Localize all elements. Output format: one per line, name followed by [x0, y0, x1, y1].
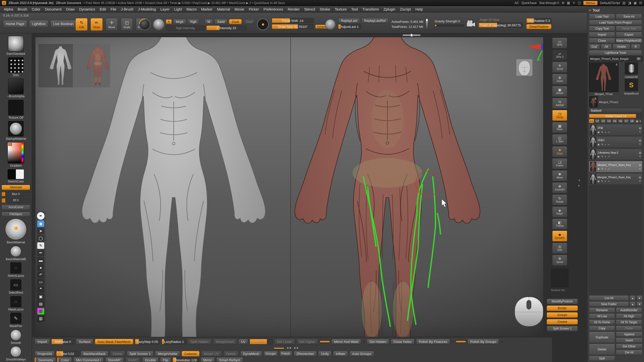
mode-button[interactable]: ✎ Edit [75, 18, 88, 31]
points-vslider[interactable] [426, 19, 428, 30]
subtool-view-tab[interactable]: V3 [600, 119, 606, 123]
bottom-control[interactable]: Flip [160, 357, 171, 362]
shelf-nav-button[interactable]: Live Boolean [50, 20, 76, 28]
list-icon[interactable]: ≡ [639, 155, 641, 158]
palette-item[interactable]: AccuCurve [1, 205, 31, 210]
menu-item[interactable]: Draw [64, 7, 77, 11]
subtool-action-button[interactable]: AutoReorder [616, 307, 642, 313]
palette-item[interactable]: Rf 0 [1, 198, 31, 203]
lasso-icon[interactable]: ◯ [37, 235, 44, 242]
bottom-control[interactable]: ProjectAll [35, 351, 55, 356]
cursor-icon[interactable]: ➤ [37, 228, 44, 234]
bottom-control[interactable]: Delete [110, 351, 125, 356]
palette-item[interactable]: Blur 0 [1, 192, 31, 197]
history-icon[interactable]: ⊞ [562, 1, 565, 5]
subtool-view-tab[interactable]: V1 [589, 119, 594, 123]
menu-item[interactable]: Render [285, 7, 302, 11]
right-shelf-button[interactable]: ▱ SPix 3 [552, 50, 567, 61]
menu-item[interactable]: Dynamics [77, 7, 98, 11]
bottom-control[interactable] [501, 340, 503, 343]
right-shelf-button[interactable]: ▦ Floor [552, 122, 567, 133]
menu-item[interactable]: Brush [15, 7, 29, 11]
palette-item[interactable]: Gradient [1, 142, 31, 167]
menu-item[interactable]: Zscript [398, 7, 413, 11]
channel-button[interactable]: Rgb [188, 19, 199, 24]
right-shelf-button[interactable]: ▣ Actual [552, 86, 567, 97]
sphere-icon[interactable]: ◐ [605, 143, 606, 146]
list-icon[interactable]: ≡ [639, 143, 641, 145]
append-button[interactable]: Append [616, 332, 642, 337]
del-all-button[interactable]: Del All [616, 350, 642, 355]
palette-thumbnail[interactable] [10, 279, 21, 290]
cylinder3d-thumbnail[interactable] [625, 62, 638, 74]
palette-item[interactable]: SwitchColor [1, 169, 31, 183]
tool-panel-button[interactable]: Clone [589, 38, 615, 43]
quicksave-button[interactable]: QuickSave [521, 1, 537, 5]
subtool-view-tab[interactable]: V5 [612, 119, 617, 123]
tray-button[interactable]: MaskByFeature [547, 299, 578, 304]
tool-panel-button[interactable]: Load Tool [589, 14, 615, 19]
collapse-right-icon[interactable]: ▸ [578, 184, 580, 187]
move-dock-icon[interactable]: ✛ [573, 1, 575, 5]
tray-button[interactable]: Split Screen 1 [547, 326, 578, 331]
shelf-nav-button[interactable]: LightBox [29, 20, 48, 28]
undo-icon[interactable]: ↶ [37, 272, 44, 278]
bottom-control[interactable]: Split Screen 1 [127, 351, 153, 356]
mask-icon[interactable]: ▱ [608, 180, 610, 183]
menu-item[interactable]: Stroke [317, 7, 333, 11]
bottom-control[interactable]: LazyRadius 1 [162, 339, 186, 344]
recent-tool-thumbnail[interactable]: 5 [589, 96, 598, 107]
eye-icon[interactable]: ◉ [597, 155, 600, 158]
menu-item[interactable]: Zplugin [381, 7, 398, 11]
sphere-icon[interactable]: ◐ [605, 155, 606, 158]
divider-slider[interactable] [274, 347, 284, 349]
bottom-control[interactable]: Unify [318, 351, 332, 356]
scroll-right-icon[interactable]: ►► [294, 346, 299, 349]
channel-button[interactable]: Zcut [243, 19, 255, 24]
list-mode-icon[interactable]: ≡ [639, 119, 641, 123]
palette-thumbnail[interactable] [10, 330, 21, 341]
right-shelf-button[interactable]: ◎ Solo [552, 243, 567, 254]
menu-item[interactable]: Color [29, 7, 43, 11]
mask-icon[interactable]: ▱ [608, 131, 610, 133]
bottom-control[interactable]: Min Connected I [73, 357, 104, 362]
duplicate-button[interactable]: Duplicate [589, 332, 615, 343]
bottom-control[interactable]: Del Hidden [367, 339, 389, 344]
minimize-icon[interactable]: ⊟ [639, 1, 642, 5]
tool-panel-button[interactable]: Import [589, 32, 615, 37]
menu-item[interactable]: Document [43, 7, 64, 11]
palette-menu-icon[interactable]: ≡ [589, 8, 591, 12]
move-up-icon[interactable]: ▴ [630, 295, 636, 301]
list-all-button[interactable]: List All [589, 295, 629, 301]
menu-item[interactable]: Tool [349, 7, 360, 11]
menu-item[interactable]: Macro [184, 7, 199, 11]
tool-panel-button[interactable]: GoZ [589, 44, 600, 49]
palette-thumbnail[interactable] [10, 262, 21, 274]
right-shelf-button[interactable]: ✚ Move [552, 170, 567, 181]
right-shelf-button[interactable]: ❏ Frame [552, 158, 567, 169]
subtool-view-tab[interactable]: V8 [629, 119, 635, 123]
eye-icon[interactable]: ◉ [37, 220, 44, 227]
palette-item[interactable]: FillObject [1, 212, 31, 217]
insert-button[interactable]: Insert [616, 338, 642, 343]
palette-item[interactable]: BasicMaterial [1, 218, 31, 244]
menu-item[interactable]: Light [172, 7, 184, 11]
replay-preview[interactable] [325, 19, 336, 30]
bottom-control[interactable]: Split Hidden [188, 339, 212, 344]
tray-button[interactable]: Groups [547, 312, 578, 318]
folder-icon[interactable]: ▤ [639, 127, 641, 129]
right-shelf-button[interactable]: ✣ Xpose [552, 255, 567, 266]
menu-item[interactable]: Stencil [302, 7, 317, 11]
subtool-item[interactable]: Merged_TPose1_Ryan_Kingslie ◉ ✎ ◐ ▱ ▤ ≡ [589, 173, 642, 185]
right-shelf-button[interactable]: ◧ Transp [552, 218, 567, 230]
palette-item[interactable]: SmoothValleys [1, 346, 31, 361]
bottom-control[interactable]: Polish By Features [416, 339, 450, 344]
document-preview-thumbnail[interactable] [39, 44, 110, 87]
palette-thumbnail[interactable] [8, 100, 24, 115]
bottom-control[interactable]: Smart ReSym [216, 357, 243, 362]
ac-button[interactable]: AC [515, 1, 519, 5]
palette-item[interactable]: SelectLasso [1, 262, 31, 278]
shelf-divider[interactable]: ◄◄ ►► [35, 347, 540, 350]
palette-thumbnail[interactable] [10, 296, 21, 307]
bottom-control[interactable]: Double [142, 357, 158, 362]
